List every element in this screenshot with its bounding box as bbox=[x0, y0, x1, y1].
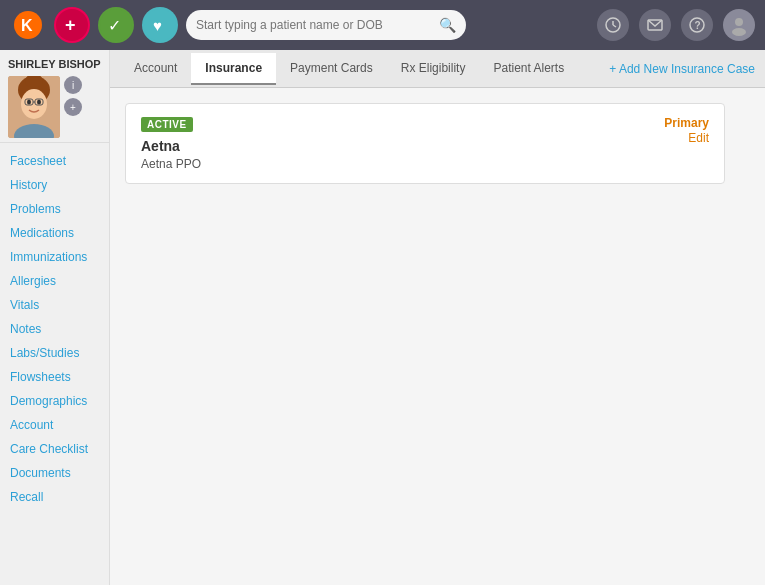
search-bar: 🔍 bbox=[186, 10, 466, 40]
active-badge: ACTIVE bbox=[141, 117, 193, 132]
help-icon[interactable]: ? bbox=[681, 9, 713, 41]
info-button[interactable]: i bbox=[64, 76, 82, 94]
add-patient-icon[interactable]: + bbox=[54, 7, 90, 43]
k-logo-icon[interactable]: K bbox=[10, 7, 46, 43]
svg-text:?: ? bbox=[695, 20, 701, 31]
sidebar-item-care-checklist[interactable]: Care Checklist bbox=[0, 437, 109, 461]
tab-rx-eligibility[interactable]: Rx Eligibility bbox=[387, 53, 480, 85]
sidebar-item-notes[interactable]: Notes bbox=[0, 317, 109, 341]
nav-icons: ? bbox=[597, 9, 755, 41]
sidebar-item-facesheet[interactable]: Facesheet bbox=[0, 149, 109, 173]
main-layout: SHIRLEY BISHOP bbox=[0, 50, 765, 585]
search-input[interactable] bbox=[196, 18, 433, 32]
svg-point-21 bbox=[37, 100, 41, 105]
sidebar-item-history[interactable]: History bbox=[0, 173, 109, 197]
sidebar-item-vitals[interactable]: Vitals bbox=[0, 293, 109, 317]
add-photo-button[interactable]: + bbox=[64, 98, 82, 116]
tab-account[interactable]: Account bbox=[120, 53, 191, 85]
sidebar-item-documents[interactable]: Documents bbox=[0, 461, 109, 485]
photo-actions: i + bbox=[64, 76, 82, 116]
patient-name: SHIRLEY BISHOP bbox=[8, 58, 101, 70]
sidebar-item-medications[interactable]: Medications bbox=[0, 221, 109, 245]
check-icon[interactable]: ✓ bbox=[98, 7, 134, 43]
user-avatar-icon[interactable] bbox=[723, 9, 755, 41]
svg-text:♥: ♥ bbox=[153, 17, 162, 34]
insurance-type: Aetna PPO bbox=[141, 157, 201, 171]
svg-point-15 bbox=[732, 28, 746, 36]
edit-insurance-button[interactable]: Edit bbox=[688, 131, 709, 145]
svg-text:✓: ✓ bbox=[108, 17, 121, 34]
top-bar: K + ✓ ♥ 🔍 ? bbox=[0, 0, 765, 50]
insurance-card: ACTIVE Aetna Aetna PPO Primary Edit bbox=[125, 103, 725, 184]
svg-text:K: K bbox=[21, 17, 33, 34]
patient-photo-area: i + bbox=[8, 76, 101, 138]
sidebar: SHIRLEY BISHOP bbox=[0, 50, 110, 585]
insurance-actions: Primary Edit bbox=[664, 116, 709, 145]
sidebar-item-demographics[interactable]: Demographics bbox=[0, 389, 109, 413]
primary-label: Primary bbox=[664, 116, 709, 130]
sidebar-item-flowsheets[interactable]: Flowsheets bbox=[0, 365, 109, 389]
sidebar-item-labs[interactable]: Labs/Studies bbox=[0, 341, 109, 365]
tab-patient-alerts[interactable]: Patient Alerts bbox=[479, 53, 578, 85]
content-area: Account Insurance Payment Cards Rx Eligi… bbox=[110, 50, 765, 585]
history-nav-icon[interactable] bbox=[597, 9, 629, 41]
svg-text:+: + bbox=[65, 15, 76, 35]
add-insurance-button[interactable]: + Add New Insurance Case bbox=[609, 62, 755, 76]
sidebar-item-problems[interactable]: Problems bbox=[0, 197, 109, 221]
nav-items: Facesheet History Problems Medications I… bbox=[0, 143, 109, 515]
sidebar-item-account[interactable]: Account bbox=[0, 413, 109, 437]
search-icon: 🔍 bbox=[439, 17, 456, 33]
insurance-name: Aetna bbox=[141, 138, 201, 154]
insurance-content: ACTIVE Aetna Aetna PPO Primary Edit bbox=[110, 88, 765, 585]
heart-icon[interactable]: ♥ bbox=[142, 7, 178, 43]
patient-header: SHIRLEY BISHOP bbox=[0, 50, 109, 143]
sidebar-item-allergies[interactable]: Allergies bbox=[0, 269, 109, 293]
patient-photo bbox=[8, 76, 60, 138]
insurance-info: ACTIVE Aetna Aetna PPO bbox=[141, 116, 201, 171]
tabs-bar: Account Insurance Payment Cards Rx Eligi… bbox=[110, 50, 765, 88]
svg-point-14 bbox=[735, 18, 743, 26]
mail-icon[interactable] bbox=[639, 9, 671, 41]
sidebar-item-immunizations[interactable]: Immunizations bbox=[0, 245, 109, 269]
svg-point-20 bbox=[27, 100, 31, 105]
tab-insurance[interactable]: Insurance bbox=[191, 53, 276, 85]
svg-line-10 bbox=[613, 25, 616, 27]
tab-payment-cards[interactable]: Payment Cards bbox=[276, 53, 387, 85]
sidebar-item-recall[interactable]: Recall bbox=[0, 485, 109, 509]
